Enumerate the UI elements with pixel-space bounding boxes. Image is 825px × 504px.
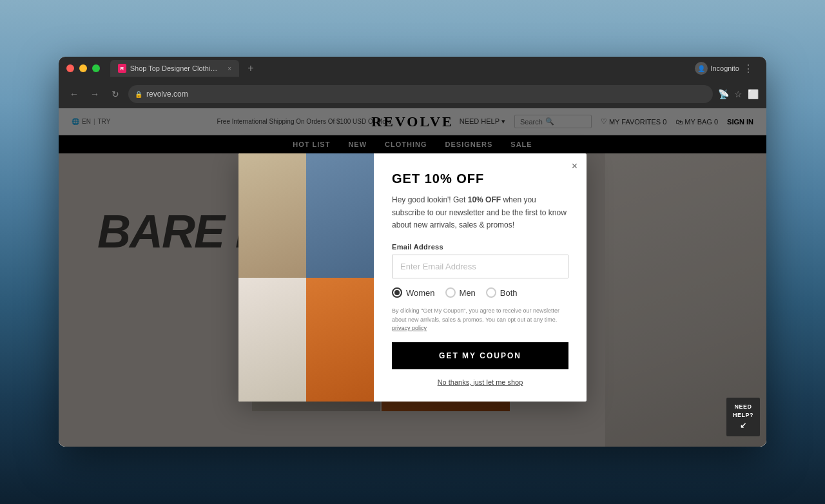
modal-image-grid [238,153,374,401]
incognito-indicator: 👤 Incognito [695,62,739,75]
tab-title: Shop Top Designer Clothing B... [130,64,221,72]
modal-close-button[interactable]: × [572,161,578,171]
email-label: Email Address [392,243,568,251]
cast-icon[interactable]: 📡 [718,89,729,99]
refresh-button[interactable]: ↻ [108,86,123,102]
email-input[interactable] [392,255,568,278]
no-thanks-link[interactable]: No thanks, just let me shop [392,378,568,386]
privacy-policy-link[interactable]: privacy policy [392,325,427,331]
modal-image-3 [238,278,306,402]
modal-image-4 [306,278,374,402]
modal-form-content: × GET 10% OFF Hey good lookin'! Get 10% … [374,153,587,401]
active-tab[interactable]: R Shop Top Designer Clothing B... × [110,60,239,77]
need-help-line2: HELP? [733,411,753,420]
forward-button[interactable]: → [87,86,102,102]
tab-favicon: R [118,64,126,73]
discount-text: 10% OFF [468,195,501,204]
radio-men[interactable]: Men [445,287,476,298]
tab-view-icon[interactable]: ⬜ [748,89,759,99]
browser-toolbar: ← → ↻ 🔒 revolve.com 📡 ☆ ⬜ [59,80,766,108]
radio-label-men: Men [460,288,476,298]
newsletter-modal: × GET 10% OFF Hey good lookin'! Get 10% … [238,153,587,401]
need-help-line1: NEED [733,403,753,411]
security-icon: 🔒 [135,91,142,98]
website-content: 🌐 EN | TRY REVOLVE Free International Sh… [59,108,766,447]
close-window-button[interactable] [66,64,74,72]
browser-window: R Shop Top Designer Clothing B... × + 👤 … [59,57,766,447]
toolbar-icons: 📡 ☆ ⬜ [718,89,759,99]
new-tab-button[interactable]: + [243,61,258,76]
minimize-window-button[interactable] [79,64,87,72]
radio-women[interactable]: Women [392,287,435,298]
tab-close-button[interactable]: × [228,65,231,72]
bookmark-star-icon[interactable]: ☆ [734,89,742,99]
radio-circle-women [392,287,402,298]
address-bar[interactable]: 🔒 revolve.com [128,85,713,103]
radio-label-women: Women [406,288,435,298]
maximize-window-button[interactable] [92,64,100,72]
tab-area: R Shop Top Designer Clothing B... × + [110,60,690,77]
need-help-widget[interactable]: NEED HELP? ↙ [726,398,760,436]
back-button[interactable]: ← [66,86,82,102]
radio-both[interactable]: Both [486,287,518,298]
radio-circle-both [486,287,496,298]
modal-image-2 [306,153,374,277]
radio-circle-men [445,287,456,298]
radio-dot-women [394,290,400,295]
need-help-arrow-icon: ↙ [733,420,753,431]
gender-radio-group: Women Men Both [392,287,568,298]
radio-label-both: Both [500,288,518,298]
legal-text: By clicking "Get My Coupon", you agree t… [392,307,568,333]
modal-image-1 [238,153,306,277]
browser-menu-button[interactable]: ⋮ [743,63,753,75]
url-text: revolve.com [146,90,188,99]
get-coupon-button[interactable]: GET MY COUPON [392,342,568,369]
browser-titlebar: R Shop Top Designer Clothing B... × + 👤 … [59,57,766,80]
modal-description: Hey good lookin'! Get 10% OFF when you s… [392,194,568,231]
incognito-label: Incognito [710,64,739,72]
modal-title: GET 10% OFF [392,171,568,186]
incognito-icon: 👤 [695,62,708,75]
modal-backdrop: × GET 10% OFF Hey good lookin'! Get 10% … [59,108,766,447]
